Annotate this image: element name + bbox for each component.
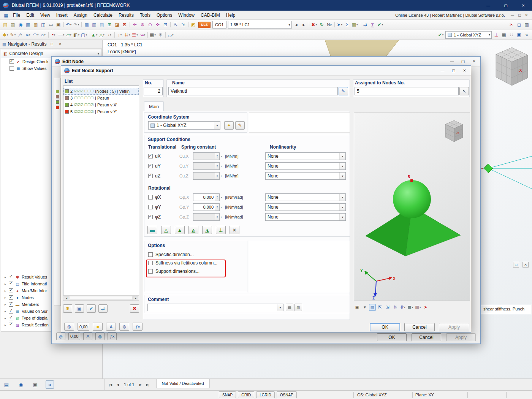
- zoom-in-icon[interactable]: ⊕: [139, 21, 146, 28]
- coordinate-system-toolbar-select[interactable]: 1 - Global XYZ: [445, 31, 492, 39]
- menu-help[interactable]: Help: [223, 11, 239, 19]
- polyline-tool-icon[interactable]: ≈: [24, 31, 32, 39]
- spring-constant-field[interactable]: 0.000: [193, 193, 220, 201]
- nonlinearity-select[interactable]: None: [265, 213, 346, 221]
- show-results-icon[interactable]: ➤: [336, 21, 344, 28]
- spring-constant-field[interactable]: 0.000: [193, 203, 220, 211]
- mesh-settings-icon[interactable]: ▦: [149, 31, 157, 39]
- previous-view-button[interactable]: ◀: [115, 382, 121, 388]
- name-input[interactable]: Vetknutí: [168, 87, 338, 95]
- detail-arrow-icon[interactable]: [220, 215, 223, 218]
- detail-arrow-icon[interactable]: [220, 155, 223, 158]
- expander-icon[interactable]: [3, 289, 7, 293]
- result-table-icon[interactable]: ▦: [351, 21, 359, 28]
- load-combination-select[interactable]: 1.35 * LC1: [228, 21, 292, 28]
- support-list-item-4[interactable]: 4 ☑☑☑ ☐☐☑ | Posun v X': [63, 101, 139, 108]
- section-tool-icon[interactable]: ◡: [167, 31, 174, 39]
- first-view-button[interactable]: |◀: [108, 382, 114, 388]
- edit-tool-icon[interactable]: ✎: [9, 31, 17, 39]
- grid-toggle[interactable]: GRID: [238, 391, 254, 398]
- view-cube-icon[interactable]: ▣: [515, 31, 523, 39]
- edit-node-decimal-places-button[interactable]: 0,00: [68, 332, 80, 340]
- preview-image-icon[interactable]: ▣: [354, 304, 361, 311]
- assigned-nodes-input[interactable]: 5: [355, 87, 459, 95]
- recalculate-icon[interactable]: ↻: [318, 21, 326, 28]
- undo-icon[interactable]: ↶: [65, 21, 73, 28]
- display-checkbox[interactable]: [9, 323, 13, 327]
- display-checkbox[interactable]: [9, 309, 13, 314]
- menu-results[interactable]: Results: [116, 11, 137, 19]
- node-tool-icon[interactable]: •: [50, 31, 57, 39]
- clipping-icon[interactable]: ✂: [508, 21, 515, 28]
- preview-render-icon[interactable]: ▤: [369, 304, 376, 311]
- mdi-restore-button[interactable]: ▢: [516, 13, 523, 17]
- display-checkbox[interactable]: [9, 302, 13, 307]
- delete-support-button[interactable]: ✖: [130, 304, 139, 313]
- detail-arrow-icon[interactable]: [220, 196, 223, 199]
- save-icon[interactable]: ◫: [40, 21, 47, 28]
- next-combination-icon[interactable]: ▸: [300, 21, 308, 28]
- scroll-right-button[interactable]: ▸: [133, 296, 138, 300]
- new-model-icon[interactable]: ▤: [2, 21, 9, 28]
- edit-cs-button[interactable]: ✎: [235, 121, 245, 130]
- camera-icon[interactable]: ▣: [31, 380, 40, 389]
- spring-constant-field[interactable]: [193, 213, 220, 221]
- navigator-close-icon[interactable]: ✕: [57, 42, 63, 46]
- dof-checkbox[interactable]: [148, 195, 153, 200]
- edit-node-units-button[interactable]: ◍: [95, 332, 104, 340]
- table-close-icon[interactable]: ⊠: [121, 21, 128, 28]
- lgrid-toggle[interactable]: LGRID: [256, 391, 275, 398]
- decimal-places-button[interactable]: 0,00: [78, 323, 89, 331]
- member-tool-icon[interactable]: —: [57, 31, 65, 39]
- result-diagram-icon[interactable]: ≈: [46, 380, 54, 389]
- menu-cad-bim[interactable]: CAD-BIM: [198, 11, 223, 19]
- support-type-delete-icon[interactable]: ✕: [230, 226, 239, 234]
- scroll-left-button[interactable]: ◂: [64, 296, 69, 300]
- menu-tools[interactable]: Tools: [137, 11, 154, 19]
- print-icon[interactable]: ▭: [47, 21, 55, 28]
- menu-view[interactable]: View: [37, 11, 53, 19]
- nonlinearity-select[interactable]: None: [265, 203, 346, 211]
- new-table-icon[interactable]: ▦: [83, 21, 90, 28]
- scroll-track[interactable]: [70, 296, 133, 300]
- apply-button[interactable]: Apply: [439, 323, 469, 331]
- check-calculation-icon[interactable]: ✔: [377, 21, 384, 28]
- preview-view-x-icon[interactable]: ⇱: [377, 304, 383, 311]
- spinner-icon[interactable]: [215, 204, 219, 211]
- surface-load-tool-icon[interactable]: ☰: [131, 31, 139, 39]
- support-preview[interactable]: 5 -X X Y Z: [354, 112, 470, 301]
- line-tool-icon[interactable]: ∕: [17, 31, 24, 39]
- option-specific-direction[interactable]: Specific direction...: [147, 250, 245, 259]
- preview-isometric-icon[interactable]: ⇵: [399, 304, 406, 311]
- display-checkbox[interactable]: [9, 275, 13, 279]
- display-checkbox[interactable]: [9, 282, 13, 286]
- edit-node-maximize-button[interactable]: ▢: [458, 57, 469, 66]
- dialog-close-button[interactable]: ✕: [459, 66, 470, 75]
- edit-node-font-button[interactable]: A: [83, 332, 92, 340]
- support-type-y-release-icon[interactable]: ◮: [202, 226, 212, 234]
- coordinate-system-select[interactable]: 1 - Global XYZ: [148, 121, 220, 130]
- support-list[interactable]: 2 ☑☑☑ ☐☐☐ (Nodes : 5) | Vetkn 3 ☐☐☐ ☐☐☐ …: [63, 86, 139, 295]
- display-checkbox[interactable]: [9, 316, 13, 320]
- spinner-icon[interactable]: [215, 153, 219, 160]
- select-nodes-button[interactable]: ↖: [459, 87, 469, 95]
- dof-checkbox[interactable]: [148, 174, 153, 178]
- tab-main[interactable]: Main: [144, 101, 164, 111]
- menu-calculate[interactable]: Calculate: [90, 11, 116, 19]
- preview-projection-icon[interactable]: ▦: [407, 304, 414, 311]
- list-scrollbar[interactable]: ◂ ▸: [63, 295, 139, 301]
- nonlinearity-select[interactable]: None: [265, 152, 346, 160]
- spinner-icon[interactable]: [215, 194, 219, 201]
- formula-button[interactable]: ƒx: [133, 323, 142, 331]
- spinner-icon[interactable]: [215, 214, 219, 220]
- more-tools-icon[interactable]: »: [523, 31, 530, 39]
- dof-checkbox[interactable]: [148, 154, 153, 158]
- zoom-out-icon[interactable]: ⊖: [146, 21, 154, 28]
- support-type-roller-icon[interactable]: ▬: [147, 226, 157, 234]
- dof-checkbox[interactable]: [148, 215, 153, 219]
- support-list-item-2[interactable]: 2 ☑☑☑ ☐☐☐ (Nodes : 5) | Vetkn: [63, 88, 139, 95]
- mdi-minimize-button[interactable]: —: [509, 13, 516, 17]
- nav-checkbox[interactable]: [10, 66, 14, 71]
- display-checkbox[interactable]: [9, 288, 13, 293]
- sum-forces-icon[interactable]: ∑: [369, 21, 377, 28]
